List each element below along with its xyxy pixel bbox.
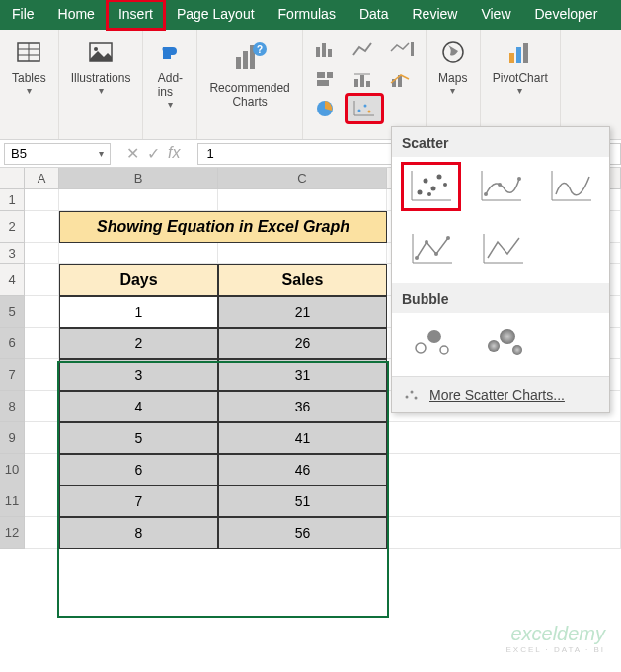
cell[interactable] — [59, 189, 218, 211]
cell[interactable] — [387, 454, 621, 485]
cell[interactable] — [25, 243, 59, 264]
table-cell[interactable]: 36 — [218, 391, 387, 422]
tab-data[interactable]: Data — [348, 0, 401, 30]
table-cell[interactable]: 2 — [59, 328, 218, 359]
cancel-icon[interactable]: ✕ — [126, 144, 139, 163]
col-header-b[interactable]: B — [59, 168, 218, 189]
cell[interactable] — [218, 243, 387, 264]
col-header-c[interactable]: C — [218, 168, 387, 189]
group-pivotchart[interactable]: PivotChart ▾ — [481, 30, 561, 139]
table-cell[interactable]: 7 — [59, 485, 218, 517]
row-header[interactable]: 3 — [0, 243, 25, 264]
tab-review[interactable]: Review — [401, 0, 470, 30]
scatter-option[interactable] — [402, 163, 460, 210]
table-cell[interactable]: 41 — [218, 422, 387, 454]
header-days[interactable]: Days — [59, 264, 218, 296]
table-cell[interactable]: 3 — [59, 359, 218, 391]
bubble-3d-option[interactable] — [473, 319, 532, 366]
table-cell[interactable]: 46 — [218, 454, 387, 485]
tables-icon — [14, 37, 43, 67]
cell[interactable] — [25, 296, 59, 328]
stat-chart-button[interactable] — [347, 65, 382, 93]
hierarchy-chart-button[interactable] — [309, 65, 345, 93]
table-cell[interactable]: 8 — [59, 517, 218, 549]
scatter-smooth-nomarkers-option[interactable] — [541, 163, 599, 210]
row-header[interactable]: 6 — [0, 328, 25, 359]
cell[interactable] — [25, 328, 59, 359]
surface-chart-button[interactable] — [384, 95, 420, 122]
enter-icon[interactable]: ✓ — [147, 144, 160, 163]
svg-point-37 — [424, 179, 428, 184]
title-cell[interactable]: Showing Equation in Excel Graph — [59, 211, 387, 243]
cell[interactable] — [25, 454, 59, 485]
row-header[interactable]: 8 — [0, 391, 25, 422]
group-recommended-charts[interactable]: ? RecommendedCharts — [197, 30, 302, 139]
col-header-a[interactable]: A — [25, 168, 59, 189]
table-cell[interactable]: 31 — [218, 359, 387, 391]
svg-point-28 — [363, 105, 366, 108]
svg-point-29 — [367, 111, 370, 113]
line-chart-button[interactable] — [347, 36, 382, 63]
cell[interactable] — [59, 243, 218, 264]
more-scatter-charts[interactable]: More Scatter Charts... — [392, 376, 609, 412]
cell[interactable] — [387, 517, 621, 549]
header-sales[interactable]: Sales — [218, 264, 387, 296]
svg-rect-15 — [317, 72, 325, 78]
group-tables[interactable]: Tables ▾ — [0, 30, 59, 139]
area-chart-button[interactable] — [384, 36, 420, 63]
combo-chart-button[interactable] — [384, 65, 420, 93]
table-cell[interactable]: 51 — [218, 485, 387, 517]
row-header[interactable]: 2 — [0, 211, 25, 243]
scatter-lines-nomarkers-option[interactable] — [473, 226, 532, 273]
table-cell[interactable]: 4 — [59, 391, 218, 422]
cell-c5[interactable]: 21 — [218, 296, 387, 328]
row-header[interactable]: 7 — [0, 359, 25, 391]
group-illustrations[interactable]: Illustrations ▾ — [59, 30, 144, 139]
cell[interactable] — [25, 359, 59, 391]
row-header[interactable]: 12 — [0, 517, 25, 549]
scatter-smooth-option[interactable] — [472, 163, 530, 210]
tab-home[interactable]: Home — [46, 0, 107, 30]
group-maps[interactable]: Maps ▾ — [427, 30, 481, 139]
svg-rect-11 — [316, 47, 320, 57]
tab-formulas[interactable]: Formulas — [267, 0, 348, 30]
tab-insert[interactable]: Insert — [107, 0, 165, 30]
fx-icon[interactable]: fx — [168, 144, 180, 163]
select-all-corner[interactable] — [0, 168, 25, 189]
name-box[interactable]: B5 ▾ — [4, 143, 111, 165]
cell[interactable] — [387, 422, 621, 454]
cell[interactable] — [25, 211, 59, 243]
cell[interactable] — [387, 485, 621, 517]
cell-b5[interactable]: 1 — [59, 296, 218, 328]
row-header[interactable]: 9 — [0, 422, 25, 454]
cell[interactable] — [25, 189, 59, 211]
cell[interactable] — [25, 422, 59, 454]
group-addins[interactable]: Add-ins ▾ — [143, 30, 197, 139]
tab-page-layout[interactable]: Page Layout — [165, 0, 267, 30]
watermark-title: exceldemy — [505, 623, 605, 645]
row-header[interactable]: 5 — [0, 296, 25, 328]
cell[interactable] — [218, 189, 387, 211]
cell[interactable] — [25, 485, 59, 517]
cell[interactable] — [25, 517, 59, 549]
cell[interactable] — [25, 391, 59, 422]
table-cell[interactable]: 56 — [218, 517, 387, 549]
row-header[interactable]: 4 — [0, 264, 25, 296]
pie-chart-button[interactable] — [309, 95, 345, 122]
tab-view[interactable]: View — [469, 0, 522, 30]
table-cell[interactable]: 5 — [59, 422, 218, 454]
tab-developer[interactable]: Developer — [523, 0, 610, 30]
row-header[interactable]: 1 — [0, 189, 25, 211]
row-header[interactable]: 11 — [0, 485, 25, 517]
pivot-label: PivotChart — [493, 71, 548, 85]
svg-point-65 — [415, 397, 418, 400]
row-header[interactable]: 10 — [0, 454, 25, 485]
bubble-option[interactable] — [402, 319, 461, 366]
column-chart-button[interactable] — [309, 36, 345, 63]
scatter-chart-button[interactable] — [347, 95, 382, 122]
tab-file[interactable]: File — [0, 0, 46, 30]
table-cell[interactable]: 6 — [59, 454, 218, 485]
scatter-lines-option[interactable] — [402, 226, 461, 273]
table-cell[interactable]: 26 — [218, 328, 387, 359]
cell[interactable] — [25, 264, 59, 296]
